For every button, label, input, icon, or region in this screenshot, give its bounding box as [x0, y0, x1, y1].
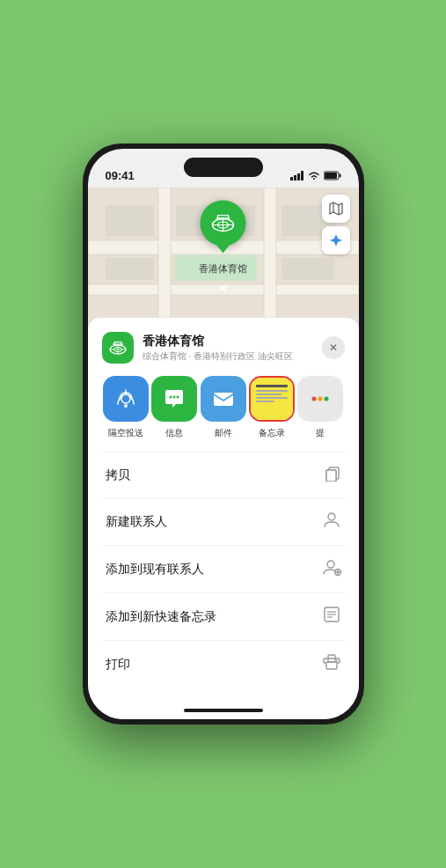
svg-point-43 — [311, 397, 316, 401]
status-time: 09:41 — [106, 169, 135, 182]
contact-icon — [322, 510, 341, 529]
share-item-more[interactable]: 提 — [296, 376, 344, 439]
venue-info: 香港体育馆 综合体育馆 · 香港特别行政区 油尖旺区 — [143, 334, 313, 363]
svg-rect-48 — [326, 470, 336, 482]
add-notes-icon — [322, 605, 341, 629]
print-label: 打印 — [106, 657, 130, 673]
airdrop-icon-wrap — [103, 376, 149, 422]
svg-point-38 — [124, 404, 128, 408]
status-icons — [290, 171, 341, 182]
svg-point-49 — [328, 513, 335, 520]
wifi-icon — [308, 171, 320, 182]
action-print[interactable]: 打印 — [102, 641, 345, 688]
close-button[interactable]: ✕ — [322, 336, 345, 359]
more-label: 提 — [316, 427, 325, 439]
dynamic-island — [184, 158, 263, 177]
action-copy[interactable]: 拷贝 — [102, 452, 345, 498]
share-item-messages[interactable]: 信息 — [150, 376, 199, 439]
more-dots-icon — [310, 388, 331, 409]
mail-label: 邮件 — [215, 427, 232, 439]
more-icon-wrap — [297, 376, 343, 422]
new-contact-label: 新建联系人 — [106, 514, 167, 530]
home-bar — [184, 709, 263, 712]
add-existing-label: 添加到现有联系人 — [106, 562, 204, 577]
copy-svg-icon — [324, 464, 341, 482]
venue-address: 综合体育馆 · 香港特别行政区 油尖旺区 — [143, 350, 313, 363]
mail-icon — [211, 386, 236, 411]
notes-icon-wrap — [249, 376, 295, 422]
svg-point-39 — [170, 396, 172, 399]
location-icon — [329, 233, 343, 247]
mail-icon-wrap — [201, 376, 246, 422]
print-icon — [322, 652, 341, 676]
add-existing-icon — [322, 557, 341, 581]
phone-screen: 09:41 — [88, 149, 359, 719]
printer-icon — [322, 652, 341, 672]
svg-rect-0 — [290, 177, 293, 180]
svg-rect-17 — [281, 258, 334, 280]
bottom-sheet: 香港体育馆 综合体育馆 · 香港特别行政区 油尖旺区 ✕ — [88, 318, 359, 702]
airdrop-icon — [113, 386, 138, 411]
map-type-button[interactable] — [322, 195, 350, 223]
add-contact-icon — [322, 557, 341, 577]
quick-note-icon — [322, 605, 341, 624]
venue-stadium-icon — [108, 338, 128, 357]
svg-rect-15 — [106, 258, 154, 280]
messages-icon-wrap — [151, 376, 197, 422]
svg-rect-1 — [294, 175, 296, 180]
svg-rect-58 — [326, 662, 337, 669]
svg-point-41 — [177, 396, 179, 399]
copy-label: 拷贝 — [106, 467, 130, 483]
notes-label: 备忘录 — [259, 427, 285, 439]
svg-point-50 — [327, 561, 334, 568]
action-new-contact[interactable]: 新建联系人 — [102, 498, 345, 546]
location-button[interactable] — [322, 226, 350, 254]
battery-icon — [324, 171, 341, 182]
action-list: 拷贝 新建联系人 — [102, 452, 345, 688]
share-row: 隔空投送 信息 — [102, 376, 345, 439]
airdrop-label: 隔空投送 — [108, 427, 143, 439]
messages-label: 信息 — [165, 427, 183, 439]
svg-point-44 — [318, 397, 322, 401]
share-item-notes[interactable]: 备忘录 — [247, 376, 296, 439]
venue-pin[interactable]: 香港体育馆 — [199, 201, 247, 276]
venue-map-label: 香港体育馆 — [199, 262, 247, 276]
map-area: 南口 — [88, 188, 359, 318]
share-item-mail[interactable]: 邮件 — [199, 376, 247, 439]
svg-rect-10 — [158, 188, 171, 318]
stadium-icon — [210, 210, 237, 237]
copy-icon — [324, 464, 341, 486]
venue-header: 香港体育馆 综合体育馆 · 香港特别行政区 油尖旺区 ✕ — [102, 332, 345, 364]
svg-rect-42 — [214, 393, 233, 406]
svg-rect-2 — [297, 173, 300, 180]
svg-rect-13 — [106, 205, 154, 236]
venue-name: 香港体育馆 — [143, 334, 313, 349]
action-add-notes[interactable]: 添加到新快速备忘录 — [102, 593, 345, 641]
share-item-airdrop[interactable]: 隔空投送 — [102, 376, 150, 439]
svg-rect-3 — [301, 171, 303, 180]
new-contact-icon — [322, 510, 341, 533]
pin-dot — [221, 286, 226, 291]
venue-icon — [102, 332, 134, 364]
pin-circle — [201, 201, 246, 246]
svg-rect-6 — [339, 174, 340, 178]
svg-rect-11 — [264, 188, 276, 318]
svg-point-40 — [173, 396, 176, 399]
map-type-icon — [328, 201, 344, 217]
svg-point-45 — [324, 397, 328, 401]
phone-frame: 09:41 — [83, 143, 364, 725]
messages-icon — [162, 386, 186, 411]
map-controls[interactable] — [322, 195, 350, 254]
svg-rect-5 — [325, 173, 337, 179]
action-add-existing[interactable]: 添加到现有联系人 — [102, 546, 345, 593]
svg-point-60 — [336, 660, 338, 662]
signal-icon — [290, 171, 304, 182]
home-indicator — [88, 702, 359, 719]
add-notes-label: 添加到新快速备忘录 — [106, 609, 216, 625]
